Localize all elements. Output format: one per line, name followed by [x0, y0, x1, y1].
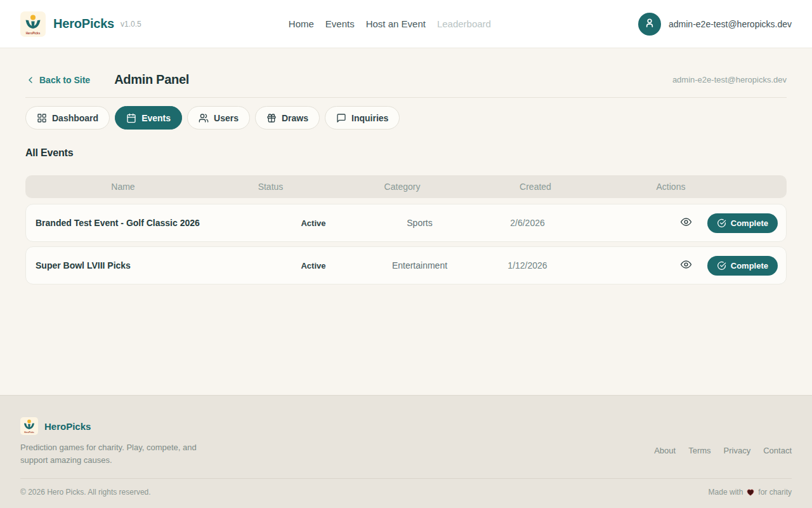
site-footer: HeroPicks HeroPicks Prediction games for… — [0, 395, 812, 508]
admin-email: admin-e2e-test@heropicks.dev — [672, 75, 787, 84]
top-header: HeroPicks HeroPicks v1.0.5 Home Events H… — [0, 0, 812, 48]
admin-header-row: Back to Site Admin Panel admin-e2e-test@… — [25, 72, 787, 87]
heropicks-logo: HeroPicks — [20, 11, 46, 37]
main-nav: Home Events Host an Event Leaderboard — [289, 18, 491, 29]
tab-label: Inquiries — [351, 113, 388, 123]
footer-link[interactable]: Terms — [688, 446, 710, 455]
column-header: Actions — [596, 182, 778, 192]
nav-link[interactable]: Leaderboard — [437, 18, 491, 29]
complete-label: Complete — [731, 218, 768, 228]
back-to-site-label: Back to Site — [39, 75, 90, 85]
gift-icon — [266, 113, 277, 123]
calendar-icon — [126, 113, 136, 123]
nav-link[interactable]: Events — [325, 18, 355, 29]
user-email: admin-e2e-test@heropicks.dev — [669, 19, 792, 29]
svg-text:HeroPicks: HeroPicks — [26, 31, 41, 34]
grid-icon — [37, 113, 47, 123]
nav-link[interactable]: Host an Event — [366, 18, 426, 29]
view-event-button[interactable] — [679, 257, 693, 274]
table-row: Branded Test Event - Golf Classic 2026 A… — [25, 204, 787, 242]
user-icon — [643, 17, 656, 32]
event-status: Active — [244, 218, 383, 228]
complete-event-button[interactable]: Complete — [707, 213, 778, 233]
page-title: Admin Panel — [114, 72, 189, 87]
copyright-text: © 2026 Hero Picks. All rights reserved. — [20, 488, 151, 497]
made-with-text: Made with for charity — [709, 488, 792, 497]
heropicks-logo: HeroPicks — [20, 417, 38, 435]
svg-text:HeroPicks: HeroPicks — [24, 431, 34, 434]
event-created: 2/6/2026 — [456, 218, 599, 228]
column-header: Category — [329, 182, 475, 192]
event-created: 1/12/2026 — [456, 260, 599, 271]
event-status: Active — [244, 261, 383, 271]
admin-panel-main: Back to Site Admin Panel admin-e2e-test@… — [0, 48, 812, 395]
check-circle-icon — [717, 218, 726, 228]
footer-links: About Terms Privacy Contact — [654, 434, 792, 467]
event-name: Branded Test Event - Golf Classic 2026 — [34, 218, 244, 228]
avatar[interactable] — [638, 13, 661, 36]
eye-icon — [680, 216, 692, 230]
column-header: Created — [475, 182, 596, 192]
admin-tab[interactable]: Draws — [255, 106, 320, 130]
nav-link[interactable]: Home — [289, 18, 314, 29]
footer-link[interactable]: Privacy — [724, 446, 751, 455]
section-heading: All Events — [25, 147, 787, 159]
brand-name: HeroPicks — [53, 17, 114, 31]
admin-tab[interactable]: Users — [187, 106, 250, 130]
events-table-body: Branded Test Event - Golf Classic 2026 A… — [25, 204, 787, 284]
footer-brand-link[interactable]: HeroPicks HeroPicks — [20, 417, 207, 435]
view-event-button[interactable] — [679, 215, 693, 231]
tab-label: Users — [214, 113, 239, 123]
eye-icon — [680, 258, 692, 272]
message-icon — [336, 113, 346, 123]
app-version: v1.0.5 — [121, 20, 141, 29]
back-to-site-link[interactable]: Back to Site — [25, 75, 90, 85]
admin-tab[interactable]: Dashboard — [25, 106, 110, 130]
complete-event-button[interactable]: Complete — [707, 256, 778, 276]
user-menu: admin-e2e-test@heropicks.dev — [638, 13, 792, 36]
event-actions: Complete — [599, 213, 778, 233]
tab-label: Dashboard — [52, 113, 98, 123]
event-actions: Complete — [599, 256, 778, 276]
footer-brand-name: HeroPicks — [44, 421, 91, 432]
footer-brand-block: HeroPicks HeroPicks Prediction games for… — [20, 417, 207, 467]
tab-label: Draws — [282, 113, 308, 123]
admin-tabs: Dashboard Events Users Draws Inquiries — [25, 106, 787, 130]
event-category: Sports — [383, 218, 456, 228]
heart-icon — [746, 488, 755, 497]
table-row: Super Bowl LVIII Picks Active Entertainm… — [25, 246, 787, 284]
event-category: Entertainment — [383, 260, 456, 271]
admin-tab[interactable]: Inquiries — [325, 106, 400, 130]
tab-label: Events — [141, 113, 171, 123]
brand-home-link[interactable]: HeroPicks HeroPicks v1.0.5 — [20, 11, 141, 37]
footer-link[interactable]: About — [654, 446, 676, 455]
column-header: Name — [34, 182, 212, 192]
footer-link[interactable]: Contact — [763, 446, 792, 455]
users-icon — [199, 113, 209, 123]
chevron-left-icon — [25, 75, 36, 85]
divider — [25, 97, 787, 98]
check-circle-icon — [717, 261, 726, 271]
admin-tab[interactable]: Events — [115, 106, 182, 130]
footer-description: Prediction games for charity. Play, comp… — [20, 441, 207, 467]
column-header: Status — [212, 182, 329, 192]
complete-label: Complete — [731, 261, 768, 271]
table-header: Name Status Category Created Actions — [25, 175, 787, 198]
event-name: Super Bowl LVIII Picks — [34, 260, 244, 271]
